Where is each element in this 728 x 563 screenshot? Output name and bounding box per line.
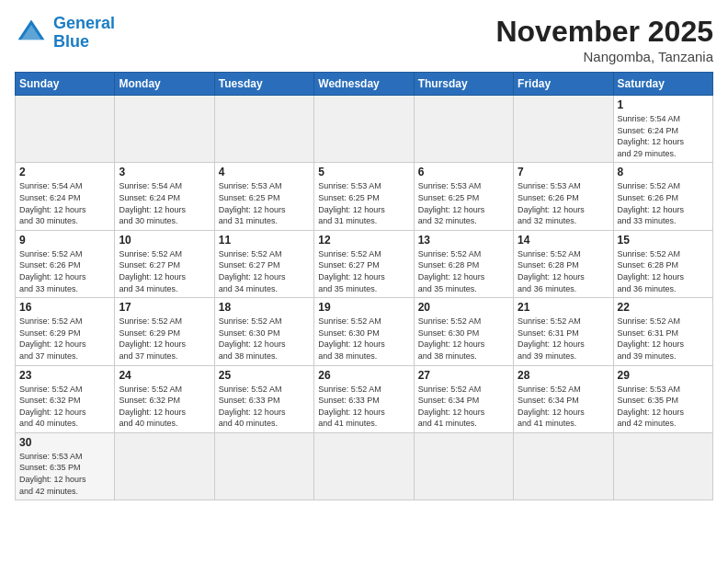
table-row: 25Sunrise: 5:52 AM Sunset: 6:33 PM Dayli… <box>214 365 313 432</box>
header-friday: Friday <box>514 73 613 96</box>
table-row: 14Sunrise: 5:52 AM Sunset: 6:28 PM Dayli… <box>514 230 613 297</box>
calendar-row: 23Sunrise: 5:52 AM Sunset: 6:32 PM Dayli… <box>16 365 713 432</box>
table-row: 24Sunrise: 5:52 AM Sunset: 6:32 PM Dayli… <box>115 365 214 432</box>
header-tuesday: Tuesday <box>214 73 313 96</box>
day-number: 14 <box>518 234 609 247</box>
table-row: 30Sunrise: 5:53 AM Sunset: 6:35 PM Dayli… <box>16 432 115 500</box>
day-number: 22 <box>618 301 709 314</box>
day-info: Sunrise: 5:52 AM Sunset: 6:28 PM Dayligh… <box>618 248 709 294</box>
day-info: Sunrise: 5:52 AM Sunset: 6:29 PM Dayligh… <box>119 316 210 362</box>
day-info: Sunrise: 5:52 AM Sunset: 6:33 PM Dayligh… <box>219 384 310 430</box>
day-number: 27 <box>418 369 509 382</box>
title-block: November 2025 Nangomba, Tanzania <box>495 15 713 64</box>
calendar-row: 30Sunrise: 5:53 AM Sunset: 6:35 PM Dayli… <box>16 432 713 500</box>
day-number: 15 <box>618 234 709 247</box>
table-row: 26Sunrise: 5:52 AM Sunset: 6:33 PM Dayli… <box>314 365 414 432</box>
day-info: Sunrise: 5:52 AM Sunset: 6:30 PM Dayligh… <box>219 316 310 362</box>
table-row: 3Sunrise: 5:54 AM Sunset: 6:24 PM Daylig… <box>115 163 214 230</box>
calendar-row: 9Sunrise: 5:52 AM Sunset: 6:26 PM Daylig… <box>16 230 713 297</box>
table-row: 6Sunrise: 5:53 AM Sunset: 6:25 PM Daylig… <box>414 163 513 230</box>
day-info: Sunrise: 5:53 AM Sunset: 6:25 PM Dayligh… <box>318 180 409 226</box>
table-row: 20Sunrise: 5:52 AM Sunset: 6:30 PM Dayli… <box>414 298 513 365</box>
day-info: Sunrise: 5:52 AM Sunset: 6:27 PM Dayligh… <box>119 248 210 294</box>
logo-text: General Blue <box>53 15 115 52</box>
day-info: Sunrise: 5:52 AM Sunset: 6:26 PM Dayligh… <box>19 248 110 294</box>
day-number: 10 <box>119 234 210 247</box>
day-number: 12 <box>318 234 409 247</box>
table-row: 19Sunrise: 5:52 AM Sunset: 6:30 PM Dayli… <box>314 298 414 365</box>
table-row: 13Sunrise: 5:52 AM Sunset: 6:28 PM Dayli… <box>414 230 513 297</box>
day-info: Sunrise: 5:52 AM Sunset: 6:33 PM Dayligh… <box>318 384 409 430</box>
day-number: 1 <box>618 98 709 111</box>
table-row <box>314 96 414 163</box>
header-thursday: Thursday <box>414 73 513 96</box>
day-number: 24 <box>119 369 210 382</box>
table-row: 16Sunrise: 5:52 AM Sunset: 6:29 PM Dayli… <box>16 298 115 365</box>
table-row: 21Sunrise: 5:52 AM Sunset: 6:31 PM Dayli… <box>514 298 613 365</box>
day-number: 25 <box>219 369 310 382</box>
day-info: Sunrise: 5:53 AM Sunset: 6:35 PM Dayligh… <box>618 384 709 430</box>
header-sunday: Sunday <box>16 73 115 96</box>
day-info: Sunrise: 5:52 AM Sunset: 6:31 PM Dayligh… <box>518 316 609 362</box>
table-row: 4Sunrise: 5:53 AM Sunset: 6:25 PM Daylig… <box>214 163 313 230</box>
table-row <box>115 432 214 500</box>
header-monday: Monday <box>115 73 214 96</box>
day-info: Sunrise: 5:52 AM Sunset: 6:27 PM Dayligh… <box>318 248 409 294</box>
day-number: 26 <box>318 369 409 382</box>
day-number: 11 <box>219 234 310 247</box>
weekday-header-row: Sunday Monday Tuesday Wednesday Thursday… <box>16 73 713 96</box>
table-row: 10Sunrise: 5:52 AM Sunset: 6:27 PM Dayli… <box>115 230 214 297</box>
table-row: 23Sunrise: 5:52 AM Sunset: 6:32 PM Dayli… <box>16 365 115 432</box>
table-row <box>16 96 115 163</box>
table-row <box>214 432 313 500</box>
day-number: 21 <box>518 301 609 314</box>
day-number: 13 <box>418 234 509 247</box>
calendar-table: Sunday Monday Tuesday Wednesday Thursday… <box>15 72 713 500</box>
day-number: 29 <box>618 369 709 382</box>
day-info: Sunrise: 5:54 AM Sunset: 6:24 PM Dayligh… <box>618 113 709 159</box>
day-number: 30 <box>19 436 110 449</box>
day-info: Sunrise: 5:54 AM Sunset: 6:24 PM Dayligh… <box>119 180 210 226</box>
table-row: 7Sunrise: 5:53 AM Sunset: 6:26 PM Daylig… <box>514 163 613 230</box>
table-row: 22Sunrise: 5:52 AM Sunset: 6:31 PM Dayli… <box>613 298 712 365</box>
table-row <box>514 96 613 163</box>
table-row: 5Sunrise: 5:53 AM Sunset: 6:25 PM Daylig… <box>314 163 414 230</box>
day-number: 6 <box>418 166 509 178</box>
day-info: Sunrise: 5:52 AM Sunset: 6:30 PM Dayligh… <box>318 316 409 362</box>
day-number: 16 <box>19 301 110 314</box>
day-number: 7 <box>518 166 609 178</box>
day-info: Sunrise: 5:52 AM Sunset: 6:26 PM Dayligh… <box>618 180 709 226</box>
calendar-row: 16Sunrise: 5:52 AM Sunset: 6:29 PM Dayli… <box>16 298 713 365</box>
day-info: Sunrise: 5:52 AM Sunset: 6:29 PM Dayligh… <box>19 316 110 362</box>
table-row <box>514 432 613 500</box>
month-title: November 2025 <box>495 15 713 49</box>
day-info: Sunrise: 5:53 AM Sunset: 6:25 PM Dayligh… <box>418 180 509 226</box>
day-info: Sunrise: 5:53 AM Sunset: 6:35 PM Dayligh… <box>19 451 110 497</box>
table-row <box>214 96 313 163</box>
day-info: Sunrise: 5:53 AM Sunset: 6:25 PM Dayligh… <box>219 180 310 226</box>
table-row <box>314 432 414 500</box>
table-row: 8Sunrise: 5:52 AM Sunset: 6:26 PM Daylig… <box>613 163 712 230</box>
table-row: 28Sunrise: 5:52 AM Sunset: 6:34 PM Dayli… <box>514 365 613 432</box>
location: Nangomba, Tanzania <box>495 49 713 64</box>
table-row: 9Sunrise: 5:52 AM Sunset: 6:26 PM Daylig… <box>16 230 115 297</box>
table-row: 2Sunrise: 5:54 AM Sunset: 6:24 PM Daylig… <box>16 163 115 230</box>
logo: General Blue <box>15 15 115 52</box>
day-info: Sunrise: 5:52 AM Sunset: 6:28 PM Dayligh… <box>418 248 509 294</box>
logo-icon <box>15 17 48 50</box>
day-number: 5 <box>318 166 409 178</box>
table-row: 18Sunrise: 5:52 AM Sunset: 6:30 PM Dayli… <box>214 298 313 365</box>
table-row: 29Sunrise: 5:53 AM Sunset: 6:35 PM Dayli… <box>613 365 712 432</box>
calendar-row: 2Sunrise: 5:54 AM Sunset: 6:24 PM Daylig… <box>16 163 713 230</box>
day-info: Sunrise: 5:52 AM Sunset: 6:32 PM Dayligh… <box>119 384 210 430</box>
day-number: 8 <box>618 166 709 178</box>
table-row: 17Sunrise: 5:52 AM Sunset: 6:29 PM Dayli… <box>115 298 214 365</box>
table-row <box>115 96 214 163</box>
day-info: Sunrise: 5:52 AM Sunset: 6:34 PM Dayligh… <box>418 384 509 430</box>
day-info: Sunrise: 5:52 AM Sunset: 6:31 PM Dayligh… <box>618 316 709 362</box>
header-saturday: Saturday <box>613 73 712 96</box>
day-info: Sunrise: 5:54 AM Sunset: 6:24 PM Dayligh… <box>19 180 110 226</box>
day-number: 28 <box>518 369 609 382</box>
day-number: 23 <box>19 369 110 382</box>
table-row: 27Sunrise: 5:52 AM Sunset: 6:34 PM Dayli… <box>414 365 513 432</box>
